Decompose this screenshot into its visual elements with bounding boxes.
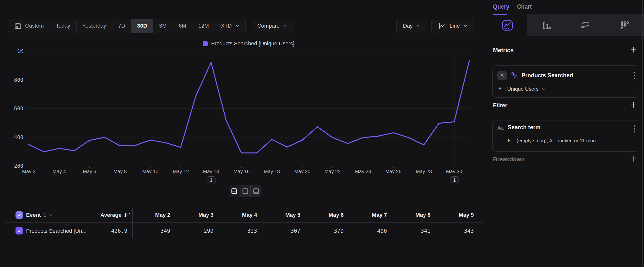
plus-icon [630, 46, 637, 54]
property-type-icon: Aa [498, 125, 504, 131]
table-view-icon [253, 188, 260, 194]
check-icon [17, 228, 22, 233]
plus-icon [630, 155, 637, 163]
filter-menu-button[interactable] [631, 124, 638, 134]
sort-icon[interactable] [124, 211, 130, 219]
plus-icon [630, 101, 637, 109]
row-checkbox[interactable] [16, 227, 23, 234]
split-view-icon [231, 188, 238, 194]
row-cell: 323 [218, 227, 257, 235]
insights-icon [501, 19, 514, 32]
metric-card[interactable] [492, 65, 639, 98]
tab-query[interactable]: Query [493, 4, 509, 10]
row-cell: 299 [174, 227, 214, 235]
row-cell: 341 [391, 227, 430, 235]
x-axis-label: May 8 [105, 168, 135, 175]
date-column-header: May 3 [174, 211, 214, 219]
sidebar-divider [488, 0, 488, 267]
filter-header: Filter [493, 102, 508, 109]
date-column-header: May 6 [304, 211, 344, 219]
event-cursor-icon [510, 71, 518, 80]
report-tab-insights[interactable] [488, 14, 527, 36]
x-axis-label: May 20 [287, 168, 318, 175]
date-column-header: May 7 [348, 211, 387, 219]
x-axis-label: May 18 [256, 168, 287, 175]
filter-property-name[interactable]: Search term [508, 124, 540, 131]
row-cell: 349 [131, 227, 170, 235]
report-tab-funnels[interactable] [527, 14, 566, 36]
x-axis-label: May 4 [44, 168, 74, 175]
select-all-checkbox[interactable] [16, 211, 23, 219]
add-filter-button[interactable] [629, 100, 638, 110]
aggregation-prefix: # [498, 86, 501, 92]
y-axis-label: 400 [8, 134, 23, 141]
layout-table-only-button[interactable] [250, 185, 262, 197]
table-column-divider [132, 208, 132, 238]
analytics-app: Custom Today Yesterday 7D 30D 3M 6M 12M … [0, 0, 644, 267]
sidebar-scrollbar[interactable] [642, 0, 643, 267]
annotation-marker[interactable]: 1 [450, 176, 459, 184]
x-axis-label: May 26 [378, 168, 408, 175]
metrics-header: Metrics [493, 47, 514, 54]
layout-chart-only-button[interactable] [240, 185, 251, 197]
x-axis-label: May 16 [226, 168, 257, 175]
report-tab-flows[interactable] [566, 14, 605, 36]
row-cell: 400 [348, 227, 387, 235]
event-column-header[interactable]: Event 1 [26, 211, 53, 219]
date-column-header: May 2 [131, 211, 170, 219]
x-axis-label: May 2 [14, 168, 44, 175]
add-breakdown-button[interactable] [629, 154, 638, 164]
metric-menu-button[interactable] [631, 71, 638, 81]
x-axis-label: May 28 [408, 168, 439, 175]
x-axis-label: May 10 [135, 168, 166, 175]
y-axis-label: 600 [8, 105, 23, 112]
metric-name[interactable]: Products Searched [522, 72, 573, 79]
date-column-header: May 4 [218, 211, 257, 219]
annotation-marker[interactable]: 1 [207, 176, 216, 184]
x-axis-label: May 12 [166, 168, 196, 175]
tab-chart[interactable]: Chart [517, 4, 532, 10]
table-row-border [5, 238, 483, 238]
event-count: 1 [43, 211, 46, 219]
bar-chart-icon [541, 20, 552, 31]
metric-letter-badge: A [498, 71, 507, 80]
aggregation-selector[interactable]: Unique Users [507, 86, 545, 92]
add-metric-button[interactable] [629, 45, 638, 55]
table-header-border [5, 222, 483, 223]
chart-view-icon [242, 188, 249, 194]
chevron-down-icon [49, 213, 53, 217]
filter-value[interactable]: (empty string), Air purifier, or 11 more [516, 138, 598, 144]
retention-dots-icon [620, 20, 630, 31]
y-axis-label: 800 [8, 77, 23, 84]
x-axis-label: May 6 [74, 168, 105, 175]
chart-plot[interactable] [0, 0, 488, 192]
row-average-value: 426.9 [88, 227, 128, 235]
y-axis-label: 1K [8, 48, 23, 55]
date-column-header: May 9 [434, 211, 474, 219]
check-icon [17, 213, 22, 217]
layout-toggle [229, 185, 262, 197]
x-axis-label: May 30 [439, 168, 469, 175]
filter-operator[interactable]: Is [508, 138, 512, 144]
report-tab-retention[interactable] [605, 14, 644, 36]
row-cell: 307 [261, 227, 300, 235]
x-axis-label: May 22 [317, 168, 348, 175]
flows-icon [580, 20, 590, 31]
average-column-header[interactable]: Average [82, 211, 122, 219]
x-axis-label: May 24 [348, 168, 378, 175]
date-column-header: May 5 [261, 211, 300, 219]
chart-series-line[interactable] [29, 61, 469, 153]
row-cell: 379 [304, 227, 344, 235]
breakdown-header: Breakdown [493, 156, 525, 163]
layout-split-button[interactable] [229, 185, 240, 197]
line-chart[interactable]: 1K 800 600 400 200 May 2 May 4 May 6 May… [0, 0, 488, 192]
x-axis-label: May 14 [196, 168, 226, 175]
row-cell: 343 [434, 227, 474, 235]
chevron-down-icon [541, 87, 545, 91]
date-column-header: May 8 [391, 211, 430, 219]
